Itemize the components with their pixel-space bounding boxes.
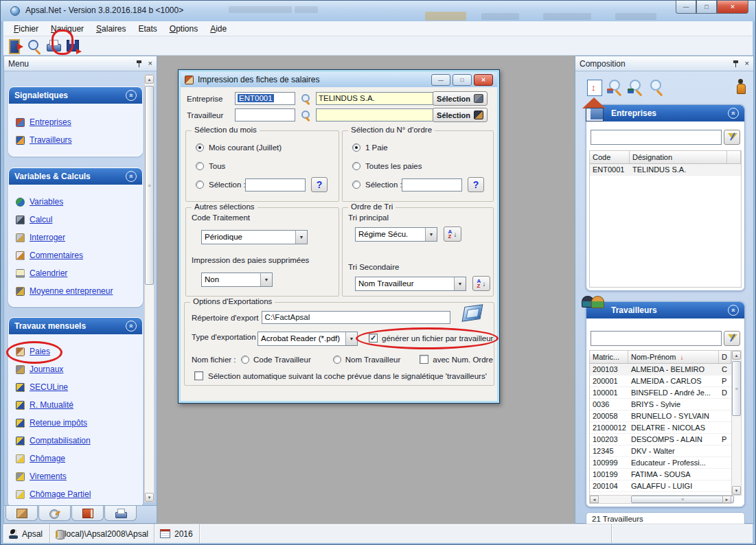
panel-close-icon[interactable]: ×	[745, 60, 749, 67]
table-row[interactable]: 200104GALAFFU - LUIGI	[590, 480, 731, 492]
table-row[interactable]: 100001BINSFELD - André Je...D	[590, 387, 731, 399]
sidebar-item-calendrier[interactable]: Calendrier	[16, 264, 142, 282]
collapse-chevron-icon[interactable]: »	[126, 171, 137, 182]
table-row[interactable]: 200058BRUNELLO - SYLVAIN	[590, 410, 731, 422]
entreprise-code-input[interactable]: ENT0001	[235, 92, 295, 105]
avec-num-ordre-checkbox[interactable]	[420, 355, 428, 364]
travailleurs-vscrollbar[interactable]: ▲ ≡ ▼	[731, 350, 742, 496]
exit-icon[interactable]	[8, 38, 23, 54]
tab-outils[interactable]	[38, 506, 71, 521]
sidebar-item-travailleurs[interactable]: Travailleurs	[16, 131, 142, 149]
dropdown-arrow-icon[interactable]: ▼	[295, 231, 307, 244]
compose-document-icon[interactable]	[587, 80, 602, 96]
entreprise-row[interactable]: ENT0001 TELINDUS S.A.	[590, 164, 741, 176]
travailleurs-search-input[interactable]	[591, 331, 722, 346]
radio-icon[interactable]	[352, 162, 360, 170]
export-folder-icon[interactable]	[461, 304, 484, 323]
radio-icon[interactable]	[196, 162, 204, 170]
collapse-chevron-icon[interactable]: »	[126, 90, 137, 101]
dropdown-arrow-icon[interactable]: ▼	[454, 277, 466, 290]
selection-entreprise-button[interactable]: Sélection	[433, 91, 488, 106]
collapse-chevron-icon[interactable]: »	[728, 305, 739, 316]
panel-close-icon[interactable]: ×	[148, 60, 152, 67]
selection-travailleur-button[interactable]: Sélection	[433, 108, 488, 122]
table-row[interactable]: 21000012DELATRE - NICOLAS	[590, 422, 731, 434]
dialog-maximize-button[interactable]: □	[453, 74, 472, 86]
repertoire-input[interactable]: C:\FactApsal	[262, 311, 450, 324]
filter-button[interactable]	[724, 331, 740, 346]
col-d[interactable]: D	[719, 351, 731, 363]
tri-principal-select[interactable]: Régime Sécu. ▼	[355, 227, 437, 242]
sidebar-item-moyenne-entrepreneur[interactable]: Moyenne entrepreneur	[16, 282, 142, 300]
search-plain-icon[interactable]	[648, 80, 663, 96]
sidebar-item-label[interactable]: Travailleurs	[30, 135, 72, 145]
radio-code-travailleur[interactable]	[241, 356, 249, 364]
dialog-title-bar[interactable]: Impression des fiches de salaires — □ ✕	[181, 72, 497, 87]
collapse-chevron-icon[interactable]: »	[126, 321, 137, 332]
scrollbar-thumb[interactable]: ≡	[732, 361, 741, 416]
scroll-down-icon[interactable]: ▼	[732, 486, 741, 495]
tab-signaletiques[interactable]	[5, 506, 38, 521]
sidebar-item-virements[interactable]: Virements	[16, 467, 142, 485]
col-designation[interactable]: Désignation	[630, 151, 727, 163]
table-row[interactable]: 12345DKV - Walter	[590, 445, 731, 457]
travailleur-code-input[interactable]	[235, 108, 295, 121]
person-alert-icon[interactable]	[733, 78, 748, 95]
filter-button[interactable]	[724, 130, 740, 145]
table-row[interactable]: 0036BRIYS - Sylvie	[590, 399, 731, 410]
selection-auto-checkbox[interactable]	[194, 371, 203, 380]
radio-mois-courant[interactable]: Mois courant (Juillet)	[196, 143, 282, 152]
selection-mois-input[interactable]	[245, 178, 306, 192]
type-exportation-select[interactable]: Acrobat Reader (*.pdf) ▼	[257, 332, 358, 346]
entreprises-header[interactable]: Entreprises »	[586, 105, 744, 121]
section-header-variables[interactable]: Variables & Calculs »	[9, 168, 142, 185]
sidebar-item-label[interactable]: Entreprises	[30, 117, 71, 127]
maximize-button[interactable]: □	[696, 1, 717, 14]
scrollbar-thumb[interactable]: ≡	[145, 86, 154, 285]
sidebar-item-retenue-impots[interactable]: Retenue impôts	[16, 414, 142, 432]
sidebar-item-chomage[interactable]: Chômage	[16, 450, 142, 467]
table-row[interactable]: 100999Educateur - Professi...	[590, 457, 731, 469]
radio-1-paie[interactable]: 1 Paie	[352, 143, 388, 152]
menu-fichier[interactable]: Fichier	[8, 23, 45, 35]
sidebar-item-seculine[interactable]: SECULine	[16, 378, 142, 396]
pin-icon[interactable]	[733, 60, 740, 68]
menu-etats[interactable]: Etats	[132, 23, 163, 35]
selection-auto-row[interactable]: Sélection automatique suivant la coche p…	[194, 371, 487, 380]
radio-selection-ordre[interactable]: Sélection :	[352, 181, 402, 189]
help-ordre-button[interactable]: ?	[468, 177, 484, 192]
sidebar-scrollbar[interactable]: ▲ ≡ ▼	[144, 74, 154, 502]
scrollbar-thumb[interactable]: ≡	[631, 496, 734, 503]
collapse-chevron-icon[interactable]: »	[728, 108, 739, 119]
sidebar-item-mutualite[interactable]: R. Mutualité	[16, 396, 142, 414]
search-entreprise-icon[interactable]	[607, 80, 622, 96]
paies-supprimees-select[interactable]: Non ▼	[201, 272, 273, 287]
tab-impression[interactable]	[104, 506, 137, 521]
sidebar-item-variables[interactable]: Variables	[16, 193, 142, 211]
travailleurs-hscrollbar[interactable]: ◄ ≡ ►	[589, 495, 732, 504]
scroll-down-icon[interactable]: ▼	[145, 493, 154, 502]
entreprise-lookup-icon[interactable]	[301, 93, 310, 104]
table-row[interactable]: 100203DESCOMPS - ALAINP	[590, 434, 731, 445]
col-nom-prenom[interactable]: Nom-Prénom ↓	[628, 351, 719, 363]
scroll-right-icon[interactable]: ►	[722, 496, 731, 503]
dropdown-arrow-icon[interactable]: ▼	[260, 273, 272, 286]
dropdown-arrow-icon[interactable]: ▼	[425, 228, 437, 241]
close-button[interactable]: ✕	[717, 1, 748, 14]
scroll-up-icon[interactable]: ▲	[145, 75, 154, 84]
sidebar-item-chomage-partiel[interactable]: Chômage Partiel	[16, 485, 142, 503]
travailleurs-header[interactable]: Travailleurs »	[586, 302, 744, 318]
radio-icon[interactable]	[196, 181, 204, 189]
radio-icon[interactable]	[196, 143, 204, 152]
selection-ordre-input[interactable]	[402, 178, 462, 192]
radio-selection-mois[interactable]: Sélection :	[196, 181, 246, 189]
code-traitement-select[interactable]: Périodique ▼	[201, 230, 308, 244]
dialog-close-button[interactable]: ✕	[474, 74, 493, 86]
search-icon[interactable]	[27, 38, 42, 54]
sidebar-item-comptabilisation[interactable]: Comptabilisation	[16, 432, 142, 450]
radio-icon[interactable]	[352, 143, 360, 152]
sidebar-item-interroger[interactable]: Interroger	[16, 229, 142, 246]
radio-nom-travailleur[interactable]	[333, 356, 341, 364]
pin-icon[interactable]	[136, 60, 143, 68]
table-row[interactable]: 100199FATIMA - SOUSA	[590, 469, 731, 480]
